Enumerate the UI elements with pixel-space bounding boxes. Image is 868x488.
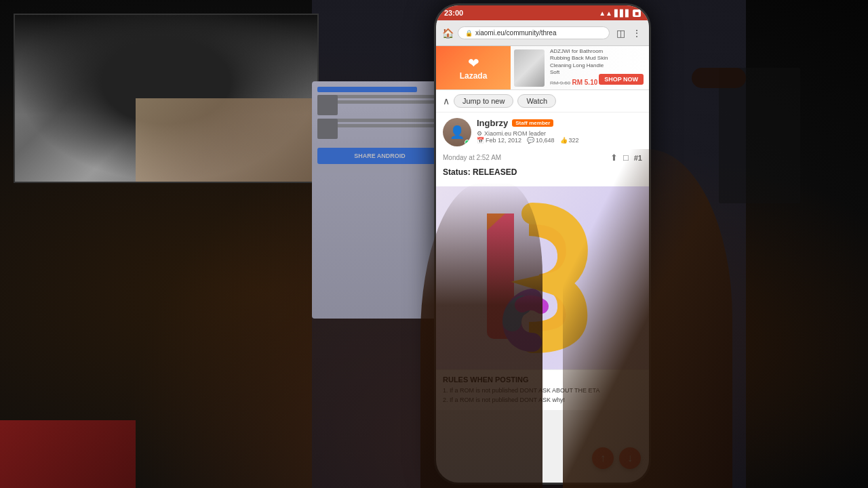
author-stats: 📅 Feb 12, 2012 💬 10,648 👍 322 <box>477 137 642 144</box>
scroll-buttons: ↑ ↓ <box>592 447 641 469</box>
url-text: xiaomi.eu/community/threa <box>475 29 557 37</box>
red-table <box>0 420 136 488</box>
post-area: 👤 Ingbrzy Staff member ⚙ Xiaomi.eu ROM l… <box>436 113 649 186</box>
ad-product-desc: ADZJWI for Bathroom Rubbing Back Mud Ski… <box>550 48 611 77</box>
heart-icon: ❤ <box>468 55 479 71</box>
comment-count: 10,648 <box>536 137 555 144</box>
post-meta-row: Monday at 2:52 AM ⬆ □ #1 <box>443 150 642 165</box>
author-role: ⚙ Xiaomi.eu ROM leader <box>477 130 546 137</box>
calendar-icon: 📅 <box>477 137 484 144</box>
rule-1: 1. If a ROM is not published DONT ASK AB… <box>443 386 642 396</box>
share-icon[interactable]: ⬆ <box>610 152 618 163</box>
phone-screen: 23:00 ▲▲ ▋▋▋ ■ 🏠 🔒 xiaomi.eu/community/t… <box>436 5 649 483</box>
author-meta: ⚙ Xiaomi.eu ROM leader <box>477 130 642 137</box>
signal-icon: ▋▋▋ <box>614 9 631 17</box>
scroll-down-button[interactable]: ↓ <box>619 447 641 469</box>
author-name[interactable]: Ingbrzy <box>477 118 508 128</box>
thread-nav: ∧ Jump to new Watch <box>436 90 649 113</box>
author-name-row: Ingbrzy Staff member <box>477 118 642 128</box>
battery-icon: ■ <box>633 9 641 17</box>
status-bar: 23:00 ▲▲ ▋▋▋ ■ <box>436 5 649 20</box>
thread-nav-left: ∧ Jump to new Watch <box>443 94 556 108</box>
status-icons: ▲▲ ▋▋▋ ■ <box>599 9 641 17</box>
role-text: Xiaomi.eu ROM leader <box>484 130 546 137</box>
author-avatar[interactable]: 👤 <box>443 118 471 146</box>
reaction-count: 322 <box>569 137 579 144</box>
miui-logo-svg <box>468 197 617 359</box>
watch-button[interactable]: Watch <box>517 94 556 108</box>
phone-frame: 23:00 ▲▲ ▋▋▋ ■ 🏠 🔒 xiaomi.eu/community/t… <box>434 3 651 485</box>
status-line: Status: RELEASED <box>443 165 642 181</box>
webcam-video <box>15 15 317 182</box>
rules-section: RULES WHEN POSTING 1. If a ROM is not pu… <box>436 369 649 410</box>
url-bar[interactable]: 🔒 xiaomi.eu/community/threa <box>458 26 610 39</box>
wifi-icon: ▲▲ <box>599 9 612 17</box>
ad-product: ADZJWI for Bathroom Rubbing Back Mud Ski… <box>511 46 649 90</box>
rule-2: 2. If a ROM is not published DONT ASK wh… <box>443 396 642 405</box>
comments-stat: 💬 10,648 <box>527 137 555 144</box>
home-button[interactable]: 🏠 <box>441 27 454 39</box>
jump-to-new-button[interactable]: Jump to new <box>454 94 513 108</box>
camera-icon: ◫ <box>616 28 625 39</box>
ad-price-old: RM 9.60 <box>550 80 570 86</box>
phone-wrapper: 23:00 ▲▲ ▋▋▋ ■ 🏠 🔒 xiaomi.eu/community/t… <box>434 3 651 485</box>
chevron-up-icon[interactable]: ∧ <box>443 96 450 106</box>
ad-product-image <box>514 49 545 87</box>
home-icon: 🏠 <box>442 28 454 39</box>
ad-price-new: RM 5.10 <box>572 79 597 86</box>
monitor-thumb <box>317 119 338 139</box>
background-monitor: SHARE ANDROID <box>312 81 448 319</box>
post-timestamp: Monday at 2:52 AM <box>443 151 501 164</box>
comment-icon: 💬 <box>527 137 534 144</box>
camera-button[interactable]: ◫ <box>614 26 627 40</box>
browser-actions: ◫ ⋮ <box>614 26 644 40</box>
webcam-room-bg <box>136 98 317 182</box>
post-number: #1 <box>634 154 642 162</box>
webcam-overlay <box>14 14 319 183</box>
lock-icon: 🔒 <box>465 30 473 37</box>
join-date-stat: 📅 Feb 12, 2012 <box>477 137 521 144</box>
rules-title: RULES WHEN POSTING <box>443 375 642 384</box>
miui-logo-area <box>436 186 649 369</box>
join-date: Feb 12, 2012 <box>486 137 521 144</box>
reaction-icon: 👍 <box>560 137 568 144</box>
ad-banner[interactable]: ❤ Lazada ADZJWI for Bathroom Rubbing Bac… <box>436 46 649 90</box>
author-info: Ingbrzy Staff member ⚙ Xiaomi.eu ROM lea… <box>477 118 642 144</box>
staff-badge: Staff member <box>512 119 553 127</box>
monitor-thumb <box>317 95 338 115</box>
monitor-content: SHARE ANDROID <box>312 81 448 319</box>
lazada-text: Lazada <box>460 71 488 81</box>
bookmark-icon[interactable]: □ <box>623 152 629 163</box>
scroll-up-button[interactable]: ↑ <box>592 447 614 469</box>
more-button[interactable]: ⋮ <box>630 26 644 40</box>
online-indicator <box>465 140 470 145</box>
post-actions: ⬆ □ #1 <box>610 150 642 165</box>
lazada-logo: ❤ Lazada <box>436 46 511 90</box>
shop-now-button[interactable]: SHOP NOW <box>599 74 644 85</box>
monitor-button: SHARE ANDROID <box>317 148 442 164</box>
post-author-row: 👤 Ingbrzy Staff member ⚙ Xiaomi.eu ROM l… <box>443 118 642 146</box>
monitor-bar <box>317 87 417 92</box>
right-monitor <box>719 68 800 203</box>
reactions-stat: 👍 322 <box>560 137 579 144</box>
role-icon: ⚙ <box>477 130 482 137</box>
more-icon: ⋮ <box>632 28 642 39</box>
browser-bar: 🏠 🔒 xiaomi.eu/community/threa ◫ ⋮ <box>436 20 649 46</box>
status-time: 23:00 <box>444 9 463 17</box>
